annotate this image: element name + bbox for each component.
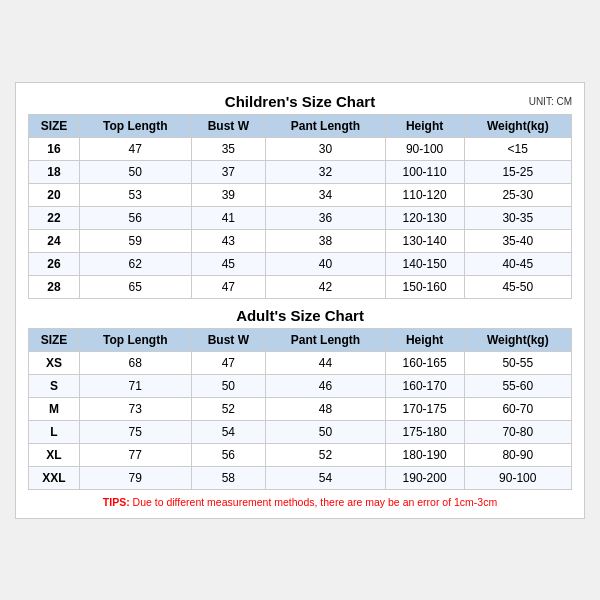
table-cell: 150-160: [385, 275, 464, 298]
adult-col-bust-w: Bust W: [191, 328, 266, 351]
table-cell: 50: [191, 374, 266, 397]
table-cell: 46: [266, 374, 386, 397]
table-cell: 170-175: [385, 397, 464, 420]
table-cell: M: [29, 397, 80, 420]
table-cell: 30: [266, 137, 386, 160]
table-cell: XL: [29, 443, 80, 466]
table-cell: 42: [266, 275, 386, 298]
table-cell: 48: [266, 397, 386, 420]
table-cell: 75: [79, 420, 191, 443]
table-cell: 26: [29, 252, 80, 275]
children-table: SIZE Top Length Bust W Pant Length Heigh…: [28, 114, 572, 299]
table-cell: 45: [191, 252, 266, 275]
table-cell: XS: [29, 351, 80, 374]
table-cell: 52: [266, 443, 386, 466]
adult-col-weight: Weight(kg): [464, 328, 571, 351]
table-row: 24594338130-14035-40: [29, 229, 572, 252]
children-col-weight: Weight(kg): [464, 114, 571, 137]
table-cell: 47: [79, 137, 191, 160]
table-cell: 54: [266, 466, 386, 489]
children-tbody: 1647353090-100<1518503732100-11015-25205…: [29, 137, 572, 298]
table-cell: 110-120: [385, 183, 464, 206]
table-cell: 50: [79, 160, 191, 183]
children-col-size: SIZE: [29, 114, 80, 137]
table-cell: 73: [79, 397, 191, 420]
table-cell: 79: [79, 466, 191, 489]
table-cell: L: [29, 420, 80, 443]
table-cell: 22: [29, 206, 80, 229]
table-cell: 77: [79, 443, 191, 466]
table-cell: 25-30: [464, 183, 571, 206]
table-row: 1647353090-100<15: [29, 137, 572, 160]
table-cell: 70-80: [464, 420, 571, 443]
table-cell: 71: [79, 374, 191, 397]
section-gap: [28, 299, 572, 307]
table-cell: 120-130: [385, 206, 464, 229]
table-cell: 16: [29, 137, 80, 160]
table-row: 18503732100-11015-25: [29, 160, 572, 183]
table-cell: 56: [191, 443, 266, 466]
table-row: 26624540140-15040-45: [29, 252, 572, 275]
table-cell: 160-165: [385, 351, 464, 374]
table-cell: 180-190: [385, 443, 464, 466]
adult-header-row: SIZE Top Length Bust W Pant Length Heigh…: [29, 328, 572, 351]
table-cell: 140-150: [385, 252, 464, 275]
table-cell: 68: [79, 351, 191, 374]
children-title-row: Children's Size Chart UNIT: CM: [28, 93, 572, 110]
table-cell: 40: [266, 252, 386, 275]
tips-text: Due to different measurement methods, th…: [133, 496, 498, 508]
table-cell: 43: [191, 229, 266, 252]
adult-col-top-length: Top Length: [79, 328, 191, 351]
table-row: 22564136120-13030-35: [29, 206, 572, 229]
table-cell: 41: [191, 206, 266, 229]
table-cell: S: [29, 374, 80, 397]
adult-col-size: SIZE: [29, 328, 80, 351]
table-cell: 34: [266, 183, 386, 206]
table-row: L755450175-18070-80: [29, 420, 572, 443]
table-row: 20533934110-12025-30: [29, 183, 572, 206]
table-row: XXL795854190-20090-100: [29, 466, 572, 489]
adult-table: SIZE Top Length Bust W Pant Length Heigh…: [28, 328, 572, 490]
children-thead: SIZE Top Length Bust W Pant Length Heigh…: [29, 114, 572, 137]
table-cell: 130-140: [385, 229, 464, 252]
table-cell: 52: [191, 397, 266, 420]
adult-tbody: XS684744160-16550-55S715046160-17055-60M…: [29, 351, 572, 489]
tips-row: TIPS: Due to different measurement metho…: [28, 496, 572, 508]
table-cell: 24: [29, 229, 80, 252]
table-cell: 175-180: [385, 420, 464, 443]
table-cell: 62: [79, 252, 191, 275]
children-col-bust-w: Bust W: [191, 114, 266, 137]
children-col-height: Height: [385, 114, 464, 137]
table-cell: 65: [79, 275, 191, 298]
children-title: Children's Size Chart: [225, 93, 375, 110]
table-cell: XXL: [29, 466, 80, 489]
table-cell: 56: [79, 206, 191, 229]
table-row: S715046160-17055-60: [29, 374, 572, 397]
table-cell: 190-200: [385, 466, 464, 489]
table-row: 28654742150-16045-50: [29, 275, 572, 298]
table-cell: 50-55: [464, 351, 571, 374]
table-cell: 80-90: [464, 443, 571, 466]
table-cell: 45-50: [464, 275, 571, 298]
table-cell: <15: [464, 137, 571, 160]
adult-title: Adult's Size Chart: [236, 307, 364, 324]
children-col-top-length: Top Length: [79, 114, 191, 137]
table-cell: 20: [29, 183, 80, 206]
table-cell: 55-60: [464, 374, 571, 397]
table-cell: 58: [191, 466, 266, 489]
table-cell: 47: [191, 275, 266, 298]
tips-label: TIPS:: [103, 496, 130, 508]
table-cell: 44: [266, 351, 386, 374]
chart-container: Children's Size Chart UNIT: CM SIZE Top …: [15, 82, 585, 519]
unit-label: UNIT: CM: [529, 96, 572, 107]
table-cell: 32: [266, 160, 386, 183]
table-cell: 15-25: [464, 160, 571, 183]
table-cell: 90-100: [464, 466, 571, 489]
adult-title-row: Adult's Size Chart: [28, 307, 572, 324]
table-cell: 35-40: [464, 229, 571, 252]
table-cell: 38: [266, 229, 386, 252]
table-cell: 37: [191, 160, 266, 183]
adult-col-pant-length: Pant Length: [266, 328, 386, 351]
table-row: XL775652180-19080-90: [29, 443, 572, 466]
table-cell: 18: [29, 160, 80, 183]
